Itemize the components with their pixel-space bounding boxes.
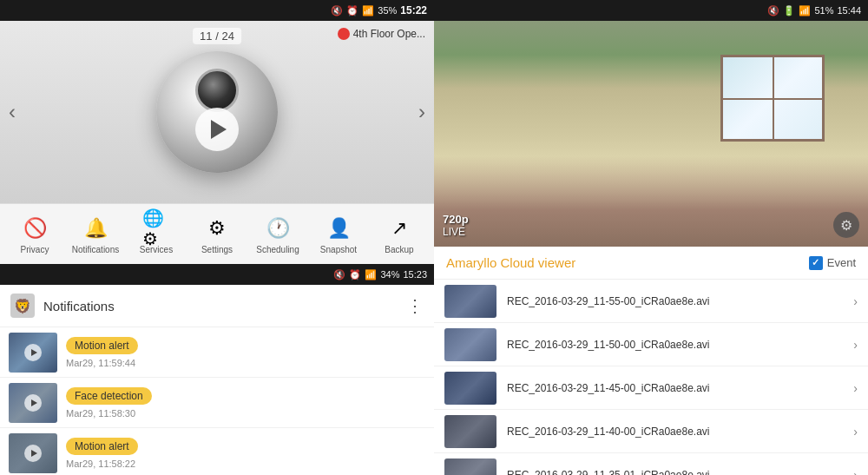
notification-content: Face detection Mar29, 11:58:30: [66, 387, 425, 419]
camera-play-button[interactable]: [195, 108, 239, 151]
toolbar-snapshot[interactable]: 👤 Snapshot: [315, 214, 363, 254]
recording-item[interactable]: REC_2016-03-29_11-35-01_iCRa0ae8e.avi ›: [434, 453, 868, 475]
recording-item[interactable]: REC_2016-03-29_11-45-00_iCRa0ae8e.avi ›: [434, 366, 868, 410]
camera-device-image: [156, 51, 278, 173]
toolbar-notifications-label: Notifications: [72, 245, 119, 254]
recording-item[interactable]: REC_2016-03-29_11-40-00_iCRa0ae8e.avi ›: [434, 410, 868, 453]
stop-icon: [338, 28, 350, 40]
notifications-title: Notifications: [43, 299, 398, 313]
chevron-right-icon: ›: [853, 294, 858, 308]
toolbar-services-label: Services: [140, 245, 173, 254]
notifications-icon: 🔔: [82, 214, 109, 242]
chevron-right-icon: ›: [853, 381, 858, 395]
mute-icon-2: 🔇: [333, 269, 345, 280]
alert-badge: Motion alert: [66, 438, 138, 455]
recording-filename: REC_2016-03-29_11-40-00_iCRa0ae8e.avi: [507, 426, 843, 438]
nav-next-button[interactable]: ›: [410, 91, 434, 133]
alarm-icon: ⏰: [346, 5, 358, 16]
notification-content: Motion alert Mar29, 11:58:22: [66, 438, 425, 469]
toolbar-settings[interactable]: ⚙ Settings: [194, 214, 241, 254]
signal-icon-r: 📶: [799, 5, 811, 16]
room-furniture: [434, 156, 868, 247]
cloud-viewer-header: Amaryllo Cloud viewer ✓ Event: [434, 247, 868, 280]
toolbar-services[interactable]: 🌐⚙ Services: [133, 214, 181, 254]
bottom-toolbar: 🚫 Privacy 🔔 Notifications 🌐⚙ Services ⚙ …: [0, 203, 434, 264]
notification-thumbnail: [9, 383, 57, 423]
mute-icon-r: 🔇: [767, 5, 779, 16]
status-bar-right: 🔇 🔋 📶 51% 15:44: [434, 0, 868, 21]
battery-level-right: 51%: [814, 5, 833, 16]
notifications-panel: 🦁 Notifications ⋮ Motion alert Mar29, 11…: [0, 285, 434, 475]
play-icon: [211, 120, 227, 139]
toolbar-snapshot-label: Snapshot: [320, 245, 357, 254]
toolbar-settings-label: Settings: [201, 245, 233, 254]
nav-prev-button[interactable]: ‹: [0, 91, 24, 133]
snapshot-icon: 👤: [325, 214, 352, 242]
right-panel: 🔇 🔋 📶 51% 15:44 720p LIVE ⚙ Amaryllo Clo…: [434, 0, 868, 475]
battery-level-left: 35%: [378, 5, 397, 16]
notification-item[interactable]: Face detection Mar29, 11:58:30: [0, 378, 434, 428]
recording-thumbnail: [444, 415, 496, 448]
camera-feed: [434, 21, 868, 247]
privacy-icon: 🚫: [21, 214, 49, 242]
alarm-icon-2: ⏰: [349, 269, 361, 280]
recording-filename: REC_2016-03-29_11-35-01_iCRa0ae8e.avi: [507, 469, 843, 476]
notification-item[interactable]: Motion alert Mar29, 11:59:44: [0, 327, 434, 378]
status-bar-2: 🔇 ⏰ 📶 34% 15:23: [0, 264, 434, 285]
cloud-viewer-panel: Amaryllo Cloud viewer ✓ Event REC_2016-0…: [434, 247, 868, 475]
toolbar-backup[interactable]: ↗ Backup: [376, 214, 424, 254]
time-left: 15:22: [400, 4, 427, 16]
toolbar-notifications[interactable]: 🔔 Notifications: [72, 214, 120, 254]
camera-counter: 11 / 24: [193, 28, 241, 44]
notifications-header: 🦁 Notifications ⋮: [0, 285, 434, 327]
live-settings-button[interactable]: ⚙: [833, 212, 859, 238]
cloud-viewer-title: Amaryllo Cloud viewer: [446, 255, 575, 270]
recording-thumbnail: [444, 328, 496, 361]
camera-label: 4th Floor Ope...: [338, 28, 425, 40]
toolbar-privacy[interactable]: 🚫 Privacy: [11, 214, 59, 254]
battery-level-2: 34%: [380, 269, 399, 280]
checkbox-icon: ✓: [809, 256, 823, 270]
recording-thumbnail: [444, 285, 496, 318]
notification-time: Mar29, 11:59:44: [66, 358, 425, 368]
battery-icon-r: 🔋: [783, 5, 795, 16]
recording-filename: REC_2016-03-29_11-55-00_iCRa0ae8e.avi: [507, 295, 843, 307]
app-logo: 🦁: [10, 294, 35, 318]
backup-icon: ↗: [385, 214, 413, 242]
window-divider-v: [773, 57, 774, 139]
more-options-button[interactable]: ⋮: [406, 295, 424, 316]
signal-icon-2: 📶: [365, 269, 377, 280]
chevron-right-icon: ›: [853, 468, 858, 476]
signal-icon: 📶: [362, 5, 374, 16]
chevron-right-icon: ›: [853, 338, 858, 352]
camera-lens: [195, 69, 239, 112]
alert-badge: Face detection: [66, 387, 152, 405]
thumbnail-play-icon: [24, 394, 42, 412]
resolution-label: 720p: [443, 213, 469, 226]
status-bar-top-left: 🔇 ⏰ 📶 35% 15:22: [0, 0, 434, 21]
camera-name: 4th Floor Ope...: [353, 28, 425, 40]
event-filter-checkbox[interactable]: ✓ Event: [809, 256, 856, 270]
thumbnail-play-icon: [24, 445, 42, 462]
alert-badge: Motion alert: [66, 337, 138, 354]
recording-thumbnail: [444, 372, 496, 405]
notifications-list: Motion alert Mar29, 11:59:44 Face detect…: [0, 327, 434, 475]
time-right: 15:44: [837, 5, 861, 16]
toolbar-privacy-label: Privacy: [21, 245, 49, 254]
notification-thumbnail: [9, 433, 57, 473]
notification-content: Motion alert Mar29, 11:59:44: [66, 337, 425, 368]
settings-icon: ⚙: [203, 214, 231, 242]
recordings-list: REC_2016-03-29_11-55-00_iCRa0ae8e.avi › …: [434, 280, 868, 475]
event-filter-label: Event: [827, 256, 856, 269]
notification-item[interactable]: Motion alert Mar29, 11:58:22: [0, 428, 434, 475]
services-icon: 🌐⚙: [142, 214, 170, 242]
mute-icon: 🔇: [331, 5, 343, 16]
notification-thumbnail: [9, 333, 57, 373]
recording-item[interactable]: REC_2016-03-29_11-55-00_iCRa0ae8e.avi ›: [434, 280, 868, 323]
room-window: [720, 55, 825, 142]
toolbar-scheduling[interactable]: 🕐 Scheduling: [254, 214, 302, 254]
notification-time: Mar29, 11:58:22: [66, 459, 425, 469]
recording-thumbnail: [444, 459, 496, 476]
recording-item[interactable]: REC_2016-03-29_11-50-00_iCRa0ae8e.avi ›: [434, 323, 868, 366]
live-status-label: LIVE: [443, 226, 469, 238]
